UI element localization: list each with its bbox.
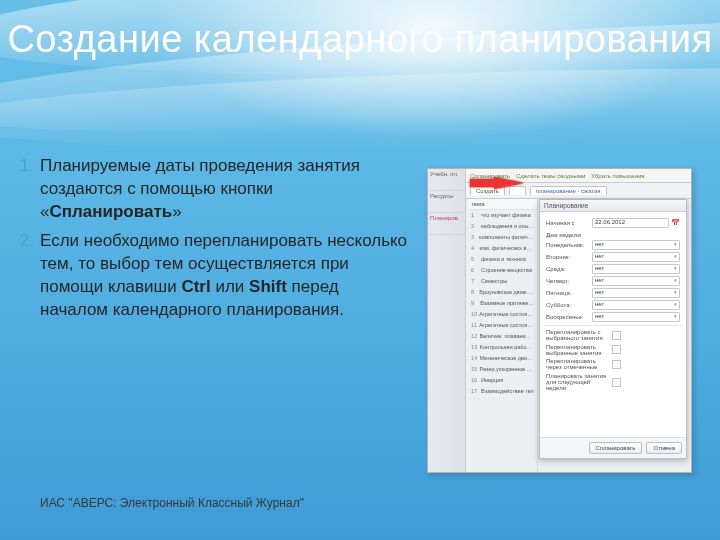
checkbox[interactable] — [612, 331, 621, 340]
topic-row[interactable]: 17Взаимодействие тел — [468, 386, 537, 397]
topic-row[interactable]: 10Агрегатные состояния в... — [468, 309, 537, 320]
dialog-title: Планирование — [540, 200, 686, 212]
topic-row[interactable]: 13Контрольная работа №2 — [468, 342, 537, 353]
topic-row[interactable]: 5физика и техника — [468, 254, 537, 265]
day-row: Вторник:нет — [546, 252, 680, 262]
start-date-input[interactable]: 22.06.2012 — [592, 218, 669, 228]
red-arrow-icon — [494, 177, 524, 189]
day-label: Вторник: — [546, 254, 592, 260]
day-row: Среда:нет — [546, 264, 680, 274]
checkbox-label: Перепланировать через отмеченные — [546, 358, 608, 371]
topic-row[interactable]: 8Броуновское движ. Диф... — [468, 287, 537, 298]
toolbar-button[interactable]: Убрать повышения — [591, 173, 644, 179]
day-select[interactable]: нет — [592, 288, 680, 298]
day-select[interactable]: нет — [592, 252, 680, 262]
checkbox-row: Перепланировать через отмеченные — [546, 358, 680, 371]
day-row: Понедельник:нет — [546, 240, 680, 250]
checkbox-row: Перепланировать выбранные занятия — [546, 344, 680, 357]
tab[interactable]: планирование - сжатая — [530, 186, 607, 195]
plan-dialog: Планирование Начиная с 22.06.2012 📅 Дни … — [539, 199, 687, 459]
topic-row[interactable]: 9Взаимное притяжени... — [468, 298, 537, 309]
day-label: Суббота: — [546, 302, 592, 308]
topic-row[interactable]: 15Разно.ускоренное движ... — [468, 364, 537, 375]
checkbox-label: Планировать занятия для следующей недели — [546, 373, 608, 392]
start-date-label: Начиная с — [546, 220, 592, 226]
topic-row[interactable]: 3компоненты физич. вели... — [468, 232, 537, 243]
toolbar-button[interactable]: Сделать темы сводными — [516, 173, 585, 179]
topic-row[interactable]: 2наблюдения и опыты — [468, 221, 537, 232]
bullet-text: Если необходимо перепланировать нескольк… — [40, 231, 407, 319]
day-select[interactable]: нет — [592, 240, 680, 250]
day-label: Понедельник: — [546, 242, 592, 248]
day-label: Среда: — [546, 266, 592, 272]
day-label: Пятница: — [546, 290, 592, 296]
bullet-item: 2.Если необходимо перепланировать нескол… — [40, 230, 410, 322]
plan-ok-button[interactable]: Спланировать — [589, 442, 643, 454]
day-row: Четверг:нет — [546, 276, 680, 286]
checkbox[interactable] — [612, 378, 621, 387]
checkbox-label: Перепланировать с выбранного занятия — [546, 329, 608, 342]
calendar-icon[interactable]: 📅 — [671, 219, 680, 227]
topic-row[interactable]: 16Инерция — [468, 375, 537, 386]
checkbox-row: Планировать занятия для следующей недели — [546, 373, 680, 392]
topic-list: тема 1что изучает физика2наблюдения и оп… — [468, 199, 538, 472]
slide-title: Создание календарного планирования — [0, 18, 720, 62]
bullet-number: 2. — [8, 230, 34, 253]
slide-body: 1.Планируемые даты проведения занятия со… — [40, 155, 410, 328]
topic-row[interactable]: 7Семестры — [468, 276, 537, 287]
day-row: Воскресенье:нет — [546, 312, 680, 322]
topic-list-header: тема — [468, 199, 537, 210]
app-sidebar: Учебн. пл.РесурсыПланиров. — [428, 169, 466, 472]
plan-cancel-button[interactable]: Отмена — [646, 442, 682, 454]
sidebar-item[interactable]: Планиров. — [428, 213, 465, 235]
bullet-text: Планируемые даты проведения занятия созд… — [40, 156, 360, 221]
day-select[interactable]: нет — [592, 312, 680, 322]
day-label: Четверг: — [546, 278, 592, 284]
day-select[interactable]: нет — [592, 276, 680, 286]
checkbox-label: Перепланировать выбранные занятия — [546, 344, 608, 357]
checkbox-row: Перепланировать с выбранного занятия — [546, 329, 680, 342]
day-select[interactable]: нет — [592, 300, 680, 310]
slide-footer: ИАС "АВЕРС: Электронный Классный Журнал" — [40, 496, 304, 510]
day-select[interactable]: нет — [592, 264, 680, 274]
bullet-number: 1. — [8, 155, 34, 178]
bullet-item: 1.Планируемые даты проведения занятия со… — [40, 155, 410, 224]
sidebar-item[interactable]: Учебн. пл. — [428, 169, 465, 191]
slide-title-wrap: Создание календарного планирования — [0, 18, 720, 62]
sidebar-item[interactable]: Ресурсы — [428, 191, 465, 213]
days-header: Дни недели — [546, 232, 680, 238]
topic-row[interactable]: 12Величие: плавание тел... — [468, 331, 537, 342]
topic-row[interactable]: 14Механическое движение — [468, 353, 537, 364]
topic-row[interactable]: 6Строение вещества — [468, 265, 537, 276]
checkbox[interactable] — [612, 345, 621, 354]
app-screenshot: Учебн. пл.РесурсыПланиров. СпланироватьС… — [427, 168, 692, 473]
day-row: Суббота:нет — [546, 300, 680, 310]
checkbox[interactable] — [612, 360, 621, 369]
day-row: Пятница:нет — [546, 288, 680, 298]
topic-row[interactable]: 4изм. физических величин — [468, 243, 537, 254]
topic-row[interactable]: 11Агрегатные состояния в... — [468, 320, 537, 331]
topic-row[interactable]: 1что изучает физика — [468, 210, 537, 221]
day-label: Воскресенье: — [546, 314, 592, 320]
